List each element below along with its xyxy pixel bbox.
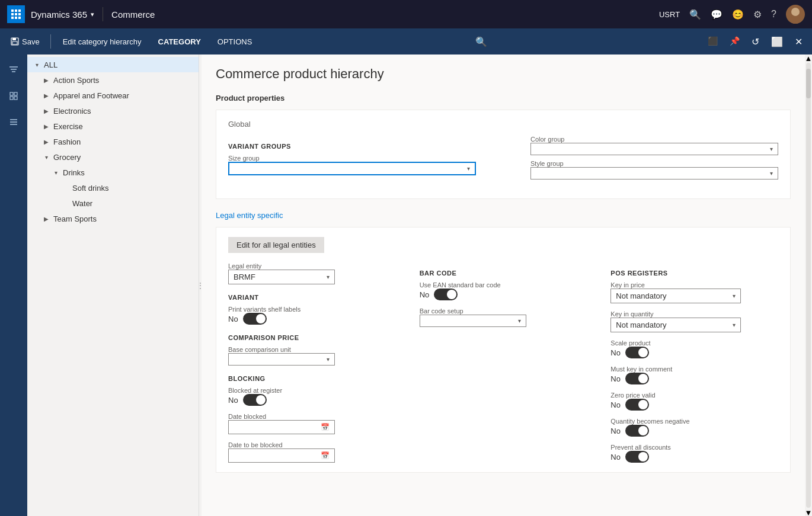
size-group-select[interactable]: ▾	[228, 162, 476, 175]
svg-rect-2	[18, 9, 21, 12]
pin-icon[interactable]: 📌	[725, 33, 744, 51]
face-icon[interactable]: 😊	[732, 9, 744, 20]
app-module: Commerce	[111, 9, 155, 20]
breadcrumb-label[interactable]: Edit category hierarchy	[56, 34, 149, 50]
edit-legal-entities-button[interactable]: Edit for all legal entities	[228, 237, 324, 253]
expand-icon-team-sports: ▶	[41, 214, 51, 223]
key-in-price-select[interactable]: Not mandatory ▾	[610, 289, 741, 303]
use-ean-toggle[interactable]	[434, 289, 458, 300]
date-to-be-blocked-input[interactable]: 📅	[228, 448, 335, 463]
svg-rect-12	[12, 38, 16, 40]
tree-item-action-sports[interactable]: ▶Action Sports	[27, 72, 199, 88]
prevent-discounts-value: No	[610, 453, 621, 461]
blocked-at-register-toggle[interactable]	[243, 394, 267, 406]
base-comparison-select[interactable]: ▾	[228, 353, 335, 366]
settings-icon[interactable]: ⚙	[753, 9, 762, 20]
barcode-setup-select[interactable]: ▾	[420, 315, 526, 327]
svg-rect-1	[15, 9, 17, 12]
zero-price-toggle-field: No	[610, 399, 778, 411]
zero-price-valid-label: Zero price valid	[610, 392, 778, 399]
waffle-icon[interactable]	[7, 5, 25, 23]
tree-item-water[interactable]: Water	[27, 195, 199, 211]
date-blocked-input[interactable]: 📅	[228, 420, 335, 434]
scrollbar[interactable]: ▲ ▼	[805, 55, 812, 516]
tree-item-electronics[interactable]: ▶Electronics	[27, 103, 199, 118]
list-icon[interactable]	[3, 111, 24, 133]
expand-icon[interactable]: ⬜	[766, 33, 788, 51]
help-icon[interactable]: ?	[771, 9, 776, 20]
key-in-quantity-value: Not mandatory	[616, 321, 666, 329]
sidebar	[0, 55, 27, 516]
tree-item-soft-drinks[interactable]: Soft drinks	[27, 180, 199, 195]
chat-icon[interactable]: 💬	[711, 9, 723, 20]
usrt-label: USRT	[659, 10, 680, 19]
expand-icon-electronics: ▶	[41, 106, 51, 116]
expand-icon-exercise: ▶	[41, 121, 51, 131]
expand-icon-action-sports: ▶	[41, 75, 51, 85]
avatar[interactable]	[786, 5, 805, 24]
tree-item-grocery[interactable]: ▾Grocery	[27, 149, 199, 165]
app-name[interactable]: Dynamics 365 ▾	[31, 9, 94, 20]
color-group-arrow: ▾	[770, 146, 773, 152]
category-tab[interactable]: CATEGORY	[151, 34, 208, 50]
tree-item-drinks[interactable]: ▾Drinks	[27, 165, 199, 180]
svg-rect-17	[10, 92, 13, 95]
tree-item-fashion[interactable]: ▶Fashion	[27, 134, 199, 149]
cmd-search-icon[interactable]: 🔍	[469, 33, 493, 51]
filter-icon[interactable]	[3, 59, 24, 81]
tree-item-apparel[interactable]: ▶Apparel and Footwear	[27, 88, 199, 103]
top-separator	[103, 7, 103, 21]
svg-rect-8	[18, 17, 21, 19]
tree-label-grocery: Grocery	[53, 153, 81, 162]
prevent-discounts-toggle[interactable]	[625, 451, 649, 463]
close-icon[interactable]: ✕	[790, 33, 807, 51]
size-group-label: Size group	[228, 155, 476, 162]
variant-groups-label: VARIANT GROUPS	[228, 143, 476, 150]
tree-label-exercise: Exercise	[53, 122, 83, 131]
nav-icon[interactable]	[3, 85, 24, 107]
qty-negative-value: No	[610, 427, 621, 435]
zero-price-toggle[interactable]	[625, 399, 649, 411]
expand-icon-drinks: ▾	[51, 168, 60, 177]
key-in-price-label: Key in price	[610, 281, 778, 289]
tree-label-electronics: Electronics	[53, 107, 91, 116]
blocked-at-register-label: Blocked at register	[228, 387, 396, 394]
tree-label-drinks: Drinks	[63, 168, 85, 177]
tree-label-fashion: Fashion	[53, 137, 81, 146]
office-icon[interactable]: ⬛	[703, 33, 723, 51]
blocked-at-register-toggle-field: No	[228, 394, 396, 406]
must-key-in-toggle[interactable]	[625, 373, 649, 384]
top-bar: Dynamics 365 ▾ Commerce USRT 🔍 💬 😊 ⚙ ?	[0, 0, 812, 28]
color-group-select[interactable]: ▾	[530, 143, 778, 155]
qty-negative-toggle[interactable]	[625, 425, 649, 437]
tree-label-team-sports: Team Sports	[53, 214, 97, 223]
tree-label-all: ALL	[44, 60, 57, 69]
variant-label: VARIANT	[228, 294, 396, 301]
tree-item-team-sports[interactable]: ▶Team Sports	[27, 211, 199, 226]
main-layout: ▾ALL▶Action Sports▶Apparel and Footwear▶…	[0, 55, 812, 516]
refresh-icon[interactable]: ↺	[747, 33, 764, 51]
tree-item-exercise[interactable]: ▶Exercise	[27, 118, 199, 134]
left-col: Legal entity BRMF ▾ VARIANT Print varian…	[228, 262, 396, 463]
tree-item-all[interactable]: ▾ALL	[27, 57, 199, 72]
legal-entity-cols: Legal entity BRMF ▾ VARIANT Print varian…	[228, 262, 778, 463]
use-ean-value: No	[420, 290, 430, 299]
search-icon[interactable]: 🔍	[689, 9, 701, 20]
options-tab[interactable]: OPTIONS	[210, 34, 260, 50]
use-ean-label: Use EAN standard bar code	[420, 281, 587, 289]
expand-icon-grocery: ▾	[41, 152, 51, 162]
expand-icon-soft-drinks	[60, 183, 70, 193]
print-variants-toggle[interactable]	[243, 313, 267, 325]
barcode-setup-label: Bar code setup	[420, 307, 587, 315]
expand-icon-water	[60, 198, 70, 208]
tree-panel: ▾ALL▶Action Sports▶Apparel and Footwear▶…	[27, 55, 199, 516]
scale-product-toggle[interactable]	[625, 347, 649, 358]
expand-icon-apparel: ▶	[41, 91, 51, 100]
key-in-quantity-select[interactable]: Not mandatory ▾	[610, 318, 741, 332]
style-group-select[interactable]: ▾	[530, 167, 778, 180]
color-group-label: Color group	[530, 136, 778, 143]
legal-entity-select[interactable]: BRMF ▾	[228, 270, 335, 284]
blocked-at-register-value: No	[228, 396, 238, 405]
save-button[interactable]: Save	[5, 34, 46, 50]
global-section: Global VARIANT GROUPS Size group ▾ Color…	[216, 110, 791, 199]
